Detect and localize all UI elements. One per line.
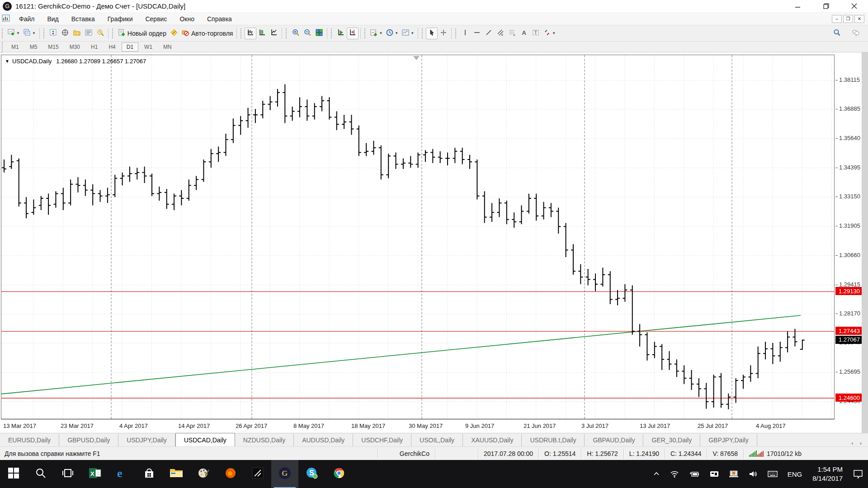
toolbar-grip[interactable] [112,28,115,38]
action-center-icon[interactable] [848,460,868,488]
taskbar-video-app-button[interactable] [244,460,271,488]
menu-item-сервис[interactable]: Сервис [139,13,173,25]
chevron-down-icon[interactable]: ▼ [410,31,414,35]
price-chart[interactable]: ▼ USDCAD,Daily 1.26680 1.27089 1.26657 1… [1,55,835,419]
taskbar-excel-button[interactable]: X [81,460,108,488]
chevron-down-icon[interactable]: ▼ [16,31,20,35]
mdi-close-button[interactable]: ✕ [854,15,864,23]
taskbar-skype-button[interactable]: S [298,460,326,488]
trend-line-button[interactable] [483,28,495,39]
chevron-down-icon[interactable]: ▼ [395,31,398,35]
new-order-button[interactable]: Новый ордер [116,28,168,39]
text-label-button[interactable]: T [530,28,542,39]
close-button[interactable] [840,0,868,13]
data-window-button[interactable] [59,28,71,39]
toolbar-grip[interactable] [286,28,288,38]
taskbar-store-button[interactable] [136,460,163,488]
mdi-minimize-button[interactable]: – [832,15,842,23]
symbol-tab-gbpaud[interactable]: GBPAUD,Daily [585,434,643,446]
market-watch-button[interactable] [47,28,59,39]
battery-icon[interactable] [684,460,705,488]
menu-item-вид[interactable]: Вид [41,13,65,25]
channel-button[interactable]: E [495,28,506,39]
auto-trading-button[interactable]: Авто-торговля [180,28,235,39]
taskbar-gerchikco-button[interactable]: G [271,460,298,488]
symbol-tab-xauusd[interactable]: XAUUSD,Daily [463,434,522,446]
symbol-tab-eurusd[interactable]: EURUSD,Daily [0,434,59,446]
fibonacci-button[interactable]: F [506,28,518,39]
horizontal-line-button[interactable] [471,28,483,39]
menu-item-графики[interactable]: Графики [101,13,139,25]
timeframe-m1-button[interactable]: M1 [6,42,24,52]
new-chart-button[interactable]: ▼ [6,28,22,39]
chat-button[interactable] [850,28,862,39]
tabs-scroll-left-icon[interactable]: ‹ [851,440,853,446]
tabs-scroll-right-icon[interactable]: › [860,440,862,446]
price-axis[interactable]: 1.381151.368851.356401.343951.331501.319… [835,55,862,419]
taskbar-task-view-button[interactable] [54,460,81,488]
menu-item-вставка[interactable]: Вставка [65,13,101,25]
menu-item-справка[interactable]: Справка [201,13,238,25]
profiles-button[interactable]: ▼ [22,28,38,39]
zoom-in-button[interactable] [290,28,302,39]
symbol-tab-gbpjpy[interactable]: GBPJPY,Daily [700,434,757,446]
symbol-tab-nzdusd[interactable]: NZDUSD,Daily [235,434,294,446]
timeframe-m15-button[interactable]: M15 [43,42,63,52]
symbol-tab-usdjpy[interactable]: USDJPY,Daily [118,434,175,446]
navigator-button[interactable] [71,28,83,39]
symbol-tab-usdcad[interactable]: USDCAD,Daily [175,433,235,446]
touch-keyboard-icon[interactable] [763,460,783,488]
symbol-tab-audusd[interactable]: AUDUSD,Daily [294,434,353,446]
terminal-button[interactable] [83,28,94,39]
toolbar-grip[interactable] [422,28,425,38]
symbol-tab-usdrub.t[interactable]: USDRUB.t,Daily [522,434,585,446]
chart-shift-marker-icon[interactable] [413,56,420,60]
chart-bars-button[interactable] [245,28,256,39]
symbol-tab-ger_30[interactable]: GER_30,Daily [643,434,700,446]
timeframe-h1-button[interactable]: H1 [86,42,103,52]
cursor-button[interactable] [426,28,438,39]
symbol-tab-usdchf[interactable]: USDCHF,Daily [353,434,411,446]
chart-candles-button[interactable] [256,28,268,39]
menu-item-окно[interactable]: Окно [173,13,201,25]
chart-shift-button[interactable] [347,28,359,39]
chart-canvas[interactable] [1,55,834,419]
language-indicator[interactable]: ENG [783,460,807,488]
auto-scroll-button[interactable] [335,28,347,39]
periods-button[interactable]: ▼ [384,28,400,39]
symbol-tab-gbpusd[interactable]: GBPUSD,Daily [59,434,118,446]
zoom-out-button[interactable] [302,28,313,39]
search-button[interactable] [831,28,843,39]
restore-button[interactable] [812,0,840,13]
taskbar-firefox-button[interactable] [217,460,244,488]
menu-item-файл[interactable]: Файл [13,13,41,25]
taskbar-edge-button[interactable]: e [108,460,136,488]
taskbar-paint-button[interactable] [190,460,217,488]
templates-button[interactable]: ▼ [400,28,416,39]
taskbar-chrome-button[interactable] [326,460,353,488]
date-axis[interactable]: 13 Mar 201723 Mar 20174 Apr 201714 Apr 2… [1,420,835,432]
metaeditor-button[interactable] [168,28,180,39]
mdi-restore-button[interactable]: ❐ [843,15,853,23]
taskbar-clock[interactable]: 1:54 PM 8/14/2017 [807,465,848,483]
tablet-icon[interactable] [705,460,724,488]
chevron-down-icon[interactable]: ▼ [552,31,556,35]
taskbar-start-button[interactable] [0,460,27,488]
toolbar-grip[interactable] [455,28,458,38]
vertical-line-button[interactable] [459,28,471,39]
wifi-icon[interactable] [665,460,684,488]
taskbar-explorer-button[interactable] [163,460,190,488]
chart-collapse-icon[interactable]: ▼ [5,59,9,64]
arrows-button[interactable]: ▼ [542,28,557,39]
toolbar-grip[interactable] [2,28,5,38]
toolbar-grip[interactable] [241,28,243,38]
minimize-button[interactable] [784,0,812,13]
chevron-down-icon[interactable]: ▼ [32,31,36,35]
chevron-down-icon[interactable]: ▼ [379,31,382,35]
taskbar-task-search-button[interactable] [27,460,54,488]
toolbar-grip[interactable] [43,28,46,38]
timeframe-h4-button[interactable]: H4 [104,42,120,52]
toolbar-grip[interactable] [364,28,367,38]
crosshair-button[interactable] [438,28,449,39]
volume-icon[interactable] [744,460,763,488]
